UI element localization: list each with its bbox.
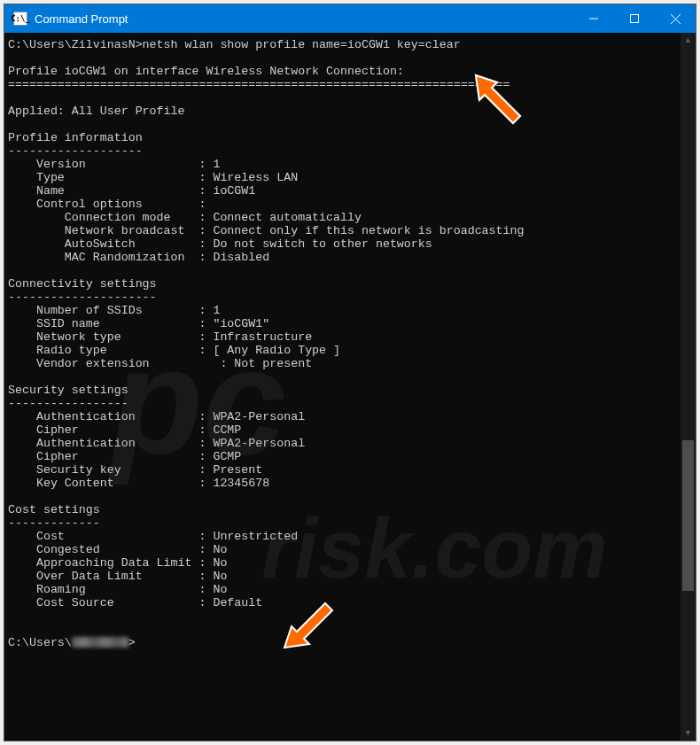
window-controls — [573, 4, 696, 33]
row-value: Connect automatically — [213, 211, 362, 224]
minimize-button[interactable] — [573, 4, 614, 33]
cmd-icon: C:\_ — [13, 12, 27, 26]
close-button[interactable] — [655, 4, 696, 33]
row-label: Network broadcast : — [8, 224, 213, 237]
row-value: Not present — [234, 357, 312, 370]
scroll-thumb[interactable] — [682, 440, 694, 591]
row-value: GCMP — [213, 450, 241, 463]
scroll-down-arrow-icon[interactable]: ▼ — [681, 726, 696, 741]
scroll-up-arrow-icon[interactable]: ▲ — [681, 33, 696, 48]
svg-rect-1 — [631, 15, 639, 23]
vertical-scrollbar[interactable]: ▲ ▼ — [681, 33, 696, 741]
row-label: Authentication : — [8, 410, 213, 423]
window-title: Command Prompt — [35, 12, 573, 26]
key-content-value: 12345678 — [213, 477, 269, 490]
dash: ------------- — [8, 516, 100, 530]
dash: ------------------- — [8, 144, 143, 158]
row-label: Connection mode : — [8, 211, 213, 224]
row-label: AutoSwitch : — [8, 237, 213, 251]
row-label: Name : — [8, 184, 213, 198]
command-text: netsh wlan show profile name=ioCGW1 key=… — [143, 38, 461, 51]
row-label: Over Data Limit : — [8, 570, 213, 583]
applied-line: Applied: All User Profile — [8, 105, 185, 118]
row-label: Authentication : — [8, 437, 213, 450]
row-value: WPA2-Personal — [213, 437, 305, 450]
divider: ========================================… — [8, 78, 510, 91]
row-label: Number of SSIDs : — [8, 304, 213, 317]
row-value: Default — [213, 596, 262, 609]
row-label: Cost : — [8, 530, 213, 543]
row-value: No — [213, 543, 227, 556]
redacted-username — [72, 637, 128, 648]
row-label: Radio type : — [8, 344, 213, 357]
row-value: No — [213, 583, 227, 596]
dash: --------------------- — [8, 291, 157, 304]
row-value: Do not switch to other networks — [213, 237, 432, 251]
section-cost: Cost settings — [8, 503, 100, 516]
row-label: Congested : — [8, 543, 213, 556]
section-security: Security settings — [8, 384, 128, 397]
row-value: WPA2-Personal — [213, 410, 305, 423]
titlebar[interactable]: C:\_ Command Prompt — [4, 4, 696, 33]
row-value: [ Any Radio Type ] — [213, 344, 340, 357]
terminal-output[interactable]: C:\Users\ZilvinasN>netsh wlan show profi… — [4, 33, 681, 741]
row-label: Type : — [8, 171, 213, 184]
row-label: Cipher : — [8, 423, 213, 437]
row-label: Key Content : — [8, 477, 213, 490]
section-connectivity: Connectivity settings — [8, 277, 157, 291]
prompt-tail: > — [128, 636, 136, 649]
row-label: MAC Randomization : — [8, 251, 213, 264]
prompt: C:\Users\ — [8, 636, 72, 649]
row-label: SSID name : — [8, 317, 213, 330]
row-value: 1 — [213, 304, 220, 317]
row-value: Wireless LAN — [213, 171, 298, 184]
dash: ----------------- — [8, 397, 128, 410]
row-value: Infrastructure — [213, 330, 312, 344]
row-label: Roaming : — [8, 583, 213, 596]
row-label: Security key : — [8, 463, 213, 477]
maximize-button[interactable] — [614, 4, 655, 33]
row-value: "ioCGW1" — [213, 317, 269, 330]
row-label: Cost Source : — [8, 596, 213, 609]
row-value: Present — [213, 463, 262, 477]
row-value: No — [213, 556, 227, 570]
row-value: Unrestricted — [213, 530, 298, 543]
row-value: Connect only if this network is broadcas… — [213, 224, 524, 237]
section-profile-info: Profile information — [8, 131, 143, 144]
row-label: Approaching Data Limit : — [8, 556, 213, 570]
row-value: ioCGW1 — [213, 184, 255, 198]
content-area: C:\Users\ZilvinasN>netsh wlan show profi… — [4, 33, 696, 741]
row-label: Network type : — [8, 330, 213, 344]
row-value: 1 — [213, 158, 220, 171]
row-label: Cipher : — [8, 450, 213, 463]
row-label: Version : — [8, 158, 213, 171]
cmd-window: C:\_ Command Prompt C:\Users\ZilvinasN>n… — [4, 4, 696, 741]
row-value: Disabled — [213, 251, 269, 264]
row-value: CCMP — [213, 423, 241, 437]
prompt: C:\Users\ZilvinasN> — [8, 38, 143, 51]
profile-header: Profile ioCGW1 on interface Wireless Net… — [8, 65, 404, 78]
row-label: Vendor extension : — [8, 357, 234, 370]
row-value: No — [213, 570, 227, 583]
row-label: Control options : — [8, 198, 206, 211]
